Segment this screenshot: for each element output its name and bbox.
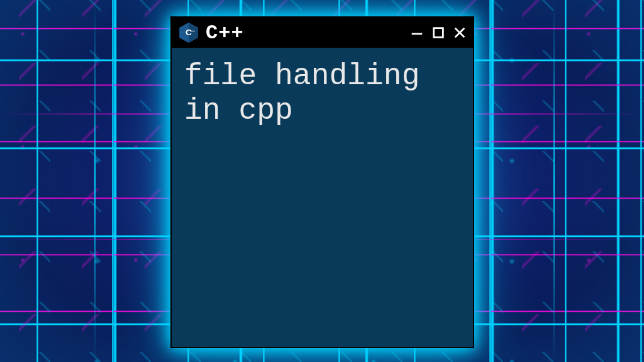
window-title: C++	[206, 21, 409, 45]
minimize-button[interactable]	[409, 25, 425, 41]
titlebar[interactable]: C ++ C++	[172, 18, 473, 48]
svg-text:++: ++	[191, 29, 195, 33]
cpp-hexagon-icon: C ++	[178, 22, 199, 43]
svg-rect-5	[434, 28, 443, 38]
window-content: file handling in cpp	[172, 48, 473, 140]
window-controls	[409, 25, 468, 41]
app-window: C ++ C++ file handling in cpp	[170, 16, 474, 348]
close-button[interactable]	[452, 25, 468, 41]
maximize-button[interactable]	[430, 25, 447, 41]
